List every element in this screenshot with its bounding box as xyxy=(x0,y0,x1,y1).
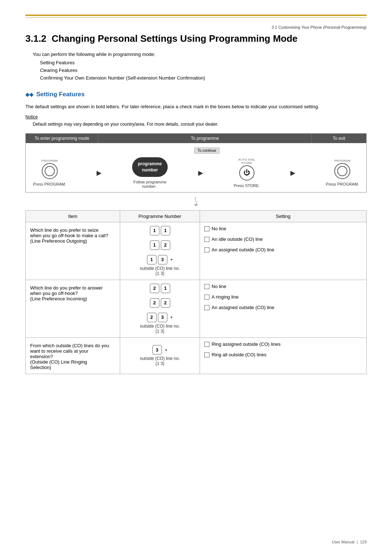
flow-header-exit: To exit xyxy=(312,134,366,143)
num-2a: 2 xyxy=(150,284,159,293)
step1-caption: Press PROGRAM. xyxy=(33,182,66,186)
arrow-1: ▶ xyxy=(97,169,102,177)
arrow-3: ▶ xyxy=(290,169,295,177)
intro-item-2: Clearing Features xyxy=(40,67,367,74)
flow-step-4: PROGRAM Press PROGRAM. xyxy=(326,159,359,186)
checkbox-11 xyxy=(204,226,209,231)
page-footer: User Manual | 129 xyxy=(332,540,367,544)
notice-label: Notice xyxy=(25,114,367,119)
wavy-arrow xyxy=(25,197,367,206)
checkbox-22 xyxy=(204,295,209,300)
num-1b: 1 xyxy=(161,226,170,235)
num-pair-12: 1 2 xyxy=(124,240,195,250)
num-pair-21: 2 1 xyxy=(124,284,195,293)
col-header-item: Item xyxy=(26,210,120,222)
num-pair-22: 2 2 xyxy=(124,298,195,308)
flow-step-1: PROGRAM Press PROGRAM. xyxy=(33,159,66,186)
section-title: ◆◆ Setting Features xyxy=(25,91,367,98)
col-header-programme: Programme Number xyxy=(120,210,200,222)
intro-item-1: Setting Features xyxy=(40,59,367,67)
step4-caption: Press PROGRAM. xyxy=(326,182,359,186)
top-rule-thin xyxy=(25,17,367,18)
sub-label-2: outside (CO) line no.(1 3) xyxy=(124,324,195,334)
setting-text-13: An assigned outside (CO) line xyxy=(212,247,274,252)
flow-header-programme: To programme xyxy=(98,134,312,143)
col-header-setting: Setting xyxy=(200,210,367,222)
setting-text-21: No line xyxy=(212,284,226,289)
sub-label-3: outside (CO) line no.(1 3) xyxy=(124,356,195,366)
num-pair-11: 1 1 xyxy=(124,226,195,235)
num-3c: 3 xyxy=(152,345,162,355)
flow-step-3: AUTO DIALSTORE ⏻ Press STORE. xyxy=(234,158,260,188)
num-1e: 1 xyxy=(161,284,170,293)
prog-cell-2: 2 1 2 2 2 3 + xyxy=(120,280,200,337)
item-cell-2: Which line do you prefer to answerwhen y… xyxy=(26,280,120,337)
checkbox-13 xyxy=(204,247,209,252)
num-1c: 1 xyxy=(150,240,159,250)
num-1d: 1 xyxy=(147,255,156,264)
flow-diagram: To enter programming mode To programme T… xyxy=(25,133,367,193)
flow-step-2: programmenumber Follow programmenumber . xyxy=(132,157,168,189)
num-1: 1 xyxy=(150,226,159,235)
footer-page: 129 xyxy=(360,540,367,544)
setting-text-31: Ring assigned outside (CO) lines xyxy=(212,341,281,347)
notice-text: Default settings may vary depending on y… xyxy=(33,121,367,127)
section-description: The default settings are shown in bold l… xyxy=(25,103,367,111)
flow-header-enter: To enter programming mode xyxy=(26,134,98,143)
num-3b: 3 xyxy=(158,313,167,322)
setting-text-11: No line xyxy=(212,226,226,231)
prog-cell-3: 3 + outside (CO) line no.(1 3) xyxy=(120,337,200,374)
item-cell-3: From which outside (CO) lines do youwant… xyxy=(26,337,120,374)
num-2: 2 xyxy=(161,240,170,250)
step2-button: programmenumber xyxy=(132,157,168,177)
num-pair-23: 2 3 + xyxy=(124,313,195,322)
setting-cell-1: No line An idle outside (CO) line An ass… xyxy=(200,222,367,280)
footer-text: User Manual xyxy=(332,540,354,544)
num-3: 3 xyxy=(158,255,167,264)
checkbox-21 xyxy=(204,284,209,289)
setting-text-23: An assigned outside (CO) line xyxy=(212,305,274,310)
setting-text-12: An idle outside (CO) line xyxy=(212,236,263,242)
checkbox-12 xyxy=(204,237,209,242)
prog-cell-1: 1 1 1 2 1 3 + xyxy=(120,222,200,280)
intro-lead: You can perform the following while in p… xyxy=(33,52,367,57)
arrow-2: ▶ xyxy=(198,169,203,177)
num-2c: 2 xyxy=(161,298,170,308)
check-row-13: An assigned outside (CO) line xyxy=(204,247,362,252)
step4-button xyxy=(334,163,350,179)
check-row-11: No line xyxy=(204,226,362,231)
setting-cell-3: Ring assigned outside (CO) lines Ring al… xyxy=(200,337,367,374)
plus-2: + xyxy=(170,315,173,320)
checkbox-31 xyxy=(204,342,209,347)
flow-continue-label: To continue xyxy=(194,147,219,154)
check-row-32: Ring all outside (CO) lines xyxy=(204,352,362,357)
table-row: Which line do you prefer to answerwhen y… xyxy=(26,280,367,337)
flow-header: To enter programming mode To programme T… xyxy=(26,134,366,143)
setting-cell-2: No line A ringing line An assigned outsi… xyxy=(200,280,367,337)
check-row-21: No line xyxy=(204,284,362,289)
num-pair-13: 1 3 + xyxy=(124,255,195,264)
step4-label: PROGRAM xyxy=(334,159,351,162)
step3-caption: Press STORE. xyxy=(234,183,260,188)
step2-caption: Follow programmenumber . xyxy=(133,180,166,189)
step1-button xyxy=(42,163,58,179)
table-row: Which line do you prefer to seizewhen yo… xyxy=(26,222,367,280)
check-row-23: An assigned outside (CO) line xyxy=(204,305,362,310)
step1-label: PROGRAM xyxy=(41,159,58,162)
breadcrumb: 3.1 Customising Your Phone (Personal Pro… xyxy=(25,25,367,29)
check-row-22: A ringing line xyxy=(204,294,362,300)
diamond-icon-1: ◆◆ xyxy=(25,92,33,97)
checkbox-23 xyxy=(204,305,209,310)
num-2d: 2 xyxy=(147,313,156,322)
checkbox-32 xyxy=(204,352,209,357)
step3-button: ⏻ xyxy=(239,165,254,181)
step4-inner-circle xyxy=(337,166,347,176)
item-cell-1: Which line do you prefer to seizewhen yo… xyxy=(26,222,120,280)
plus-3: + xyxy=(165,347,168,353)
num-pair-31: 3 + xyxy=(124,345,195,355)
step3-label: AUTO DIALSTORE xyxy=(238,158,256,165)
check-row-31: Ring assigned outside (CO) lines xyxy=(204,341,362,347)
top-rule-thick xyxy=(25,15,367,16)
setting-text-32: Ring all outside (CO) lines xyxy=(212,352,266,357)
setting-text-22: A ringing line xyxy=(212,294,238,300)
